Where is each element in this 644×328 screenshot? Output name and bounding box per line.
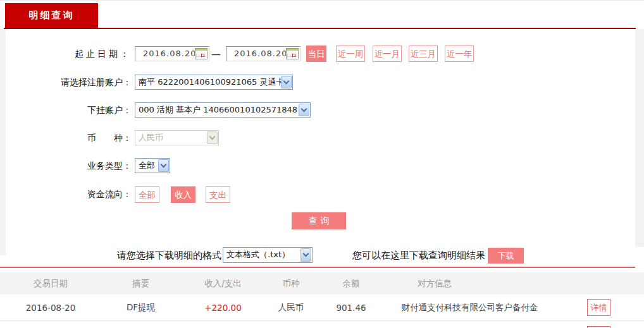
quick-range-quarter-button[interactable]: 近三月 — [409, 46, 438, 62]
results-table: 交易日期 摘要 收入/支出 币种 余额 对方信息 2016-08-20 DF提现… — [0, 272, 644, 328]
table-row: 2016-08-20 DF提现 +220.00 人民币 901.46 财付通支付… — [0, 295, 644, 321]
start-date-value: 2016.08.20 — [143, 49, 196, 58]
detail-button[interactable]: 详情 — [587, 299, 610, 316]
fund-flow-expense-button[interactable]: 支出 — [206, 186, 230, 203]
detail-query-page: 明细查询 起止日期： 2016.08.20 — 2016.08.20 当日 近一… — [0, 0, 644, 328]
calendar-icon[interactable] — [286, 48, 299, 59]
currency-value: 人民币 — [139, 133, 163, 142]
download-format-label: 请您选择下载明细的格式 — [117, 250, 221, 262]
tab-underline — [4, 28, 636, 29]
fund-flow-income-button[interactable]: 收入 — [171, 186, 195, 203]
chevron-down-icon — [158, 159, 169, 172]
business-type-select[interactable]: 全部 — [135, 158, 170, 173]
calendar-icon[interactable] — [195, 48, 207, 59]
page-edge-right — [635, 29, 644, 247]
currency-select: 人民币 — [135, 130, 219, 145]
download-hint: 您可以在这里下载查询明细结果 — [352, 250, 485, 262]
header-transaction-date: 交易日期 — [0, 278, 101, 289]
quick-range-month-button[interactable]: 近一月 — [373, 46, 402, 62]
chevron-down-icon — [299, 104, 309, 116]
sub-account-value: 000 活期 基本户 140660010102571848 — [139, 105, 297, 114]
tab-detail-query[interactable]: 明细查询 — [5, 3, 98, 28]
chevron-down-icon — [281, 76, 292, 88]
cell-amount: +220.00 — [180, 303, 266, 313]
header-counterparty: 对方信息 — [386, 278, 554, 289]
date-range-label: 起止日期： — [0, 49, 132, 60]
table-row-partial: 详情 — [0, 321, 644, 328]
end-date-value: 2016.08.20 — [234, 49, 287, 58]
table-header-row: 交易日期 摘要 收入/支出 币种 余额 对方信息 — [0, 272, 644, 295]
query-button[interactable]: 查询 — [292, 212, 346, 229]
end-date-input[interactable]: 2016.08.20 — [226, 46, 300, 61]
chevron-down-icon — [207, 131, 218, 144]
header-balance: 余额 — [316, 278, 386, 289]
fund-flow-label: 资金流向： — [0, 189, 132, 200]
download-format-value: 文本格式（.txt） — [226, 250, 290, 259]
register-account-value: 南平 6222001406100921065 灵通卡 — [139, 77, 284, 87]
fund-flow-all-button[interactable]: 全部 — [135, 186, 159, 203]
business-type-label: 业务类型： — [0, 161, 132, 172]
quick-range-today-button[interactable]: 当日 — [306, 46, 326, 62]
date-range-separator: — — [211, 49, 221, 60]
cell-transaction-date: 2016-08-20 — [0, 303, 101, 313]
quick-range-year-button[interactable]: 近一年 — [445, 46, 474, 62]
cell-counterparty: 财付通支付科技有限公司客户备付金 — [386, 302, 554, 313]
sub-account-label: 下挂账户： — [0, 105, 132, 116]
download-button[interactable]: 下载 — [488, 248, 524, 264]
sub-account-select[interactable]: 000 活期 基本户 140660010102571848 — [135, 102, 311, 118]
quick-range-week-button[interactable]: 近一周 — [336, 46, 365, 62]
download-format-select[interactable]: 文本格式（.txt） — [223, 247, 313, 263]
start-date-input[interactable]: 2016.08.20 — [135, 46, 209, 61]
header-summary: 摘要 — [101, 278, 180, 289]
cell-currency: 人民币 — [266, 302, 316, 313]
header-income-expense: 收入/支出 — [180, 278, 266, 289]
register-account-label: 请选择注册账户： — [0, 77, 132, 88]
header-currency: 币种 — [266, 278, 316, 289]
cell-summary: DF提现 — [101, 302, 180, 313]
business-type-value: 全部 — [139, 161, 155, 170]
cell-balance: 901.46 — [316, 303, 386, 313]
chevron-down-icon — [300, 248, 311, 262]
currency-label: 币 种： — [0, 133, 132, 144]
table-section-divider — [0, 267, 635, 268]
register-account-select[interactable]: 南平 6222001406100921065 灵通卡 — [135, 75, 293, 90]
